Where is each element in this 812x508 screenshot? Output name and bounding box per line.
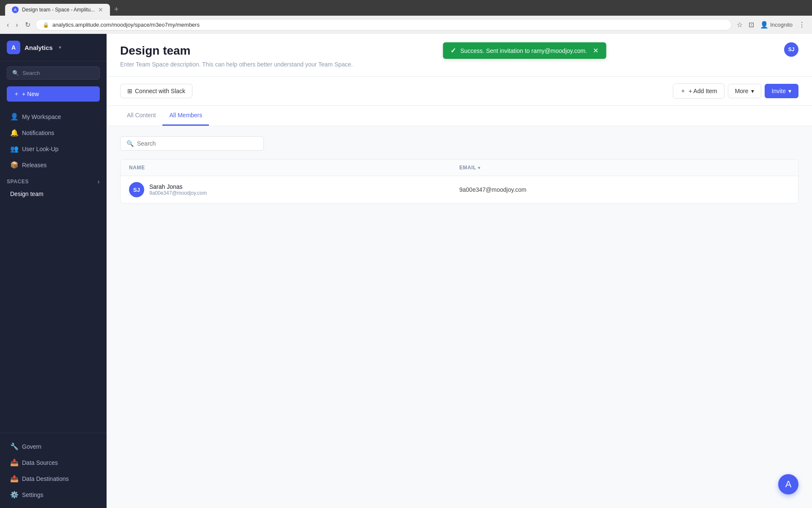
new-tab-button[interactable]: + (111, 3, 122, 16)
amplitude-logo[interactable]: A (7, 41, 20, 54)
lock-icon: 🔒 (43, 22, 49, 28)
incognito-icon: 👤 (760, 21, 768, 29)
page-toolbar: ⊞ Connect with Slack ＋ + Add Item More ▾… (107, 77, 812, 106)
tab-all-members-label: All Members (169, 112, 202, 119)
tab-favicon: A (12, 6, 19, 13)
sidebar-item-notifications[interactable]: 🔔 Notifications (3, 125, 103, 141)
user-lookup-icon: 👥 (10, 145, 18, 153)
sidebar-search-input[interactable]: 🔍 Search (7, 66, 100, 80)
floating-button-icon: A (785, 479, 792, 490)
avatar-initials: SJ (788, 47, 795, 52)
more-label: More (735, 88, 749, 94)
sidebar-item-settings[interactable]: ⚙️ Settings (3, 487, 103, 502)
add-item-button[interactable]: ＋ + Add Item (673, 83, 724, 99)
email-sort-icon: ▾ (478, 166, 480, 170)
sidebar-item-workspace[interactable]: 👤 My Workspace (3, 109, 103, 124)
success-close-button[interactable]: ✕ (593, 47, 598, 55)
sidebar-item-releases[interactable]: 📦 Releases (3, 157, 103, 173)
toolbar-right: ＋ + Add Item More ▾ Invite ▾ (673, 83, 798, 99)
spaces-section-label: SPACES (7, 179, 29, 185)
govern-icon: 🔧 (10, 442, 18, 450)
browser-actions: ☆ ⊡ 👤 Incognito ⋮ (735, 19, 807, 30)
new-button-icon: ＋ (14, 90, 19, 98)
new-button-label: + New (22, 91, 39, 97)
bookmark-button[interactable]: ☆ (735, 19, 744, 30)
browser-toolbar: ‹ › ↻ 🔒 analytics.amplitude.com/moodjoy/… (0, 16, 812, 34)
app-container: A Analytics ▾ 🔍 Search ＋ + New 👤 My Work… (0, 34, 812, 508)
more-caret-icon: ▾ (751, 88, 754, 94)
member-details: Sarah Jonas 9a00e347@moodjoy.com (149, 183, 207, 196)
app-name-caret[interactable]: ▾ (59, 44, 61, 50)
spaces-section: SPACES › (0, 173, 107, 187)
member-name: Sarah Jonas (149, 183, 207, 190)
sidebar-item-govern[interactable]: 🔧 Govern (3, 439, 103, 454)
main-content: ✓ Success. Sent invitation to ramy@moodj… (107, 34, 812, 508)
reload-button[interactable]: ↻ (23, 19, 32, 30)
sidebar-item-data-destinations-label: Data Destinations (22, 475, 69, 482)
new-button[interactable]: ＋ + New (7, 86, 100, 102)
table-row: SJ Sarah Jonas 9a00e347@moodjoy.com 9a00… (121, 176, 798, 203)
sidebar-item-data-sources[interactable]: 📥 Data Sources (3, 455, 103, 470)
header-email-label: EMAIL (459, 165, 476, 171)
incognito-label: Incognito (770, 22, 793, 28)
sidebar-item-data-destinations[interactable]: 📤 Data Destinations (3, 471, 103, 486)
invite-caret-icon: ▾ (788, 88, 791, 94)
success-message: Success. Sent invitation to ramy@moodjoy… (460, 47, 587, 54)
url-text: analytics.amplitude.com/moodjoy/space/m3… (52, 22, 200, 28)
more-button[interactable]: More ▾ (728, 84, 761, 98)
settings-icon: ⚙️ (10, 491, 18, 499)
table-header-name: NAME (129, 165, 459, 171)
app-name-label: Analytics (25, 44, 53, 51)
sidebar-item-data-sources-label: Data Sources (22, 459, 58, 466)
sidebar-header: A Analytics ▾ (0, 34, 107, 61)
sidebar-item-notifications-label: Notifications (22, 130, 54, 136)
connect-slack-label: Connect with Slack (135, 88, 185, 94)
user-avatar-top-right[interactable]: SJ (784, 42, 798, 57)
avatar: SJ (129, 182, 144, 197)
success-check-icon: ✓ (450, 47, 456, 55)
avatar-initials: SJ (133, 187, 140, 193)
add-item-icon: ＋ (680, 87, 686, 95)
members-search-input[interactable] (137, 140, 258, 147)
members-search-icon: 🔍 (126, 140, 134, 147)
content-tabs: All Content All Members (107, 106, 812, 126)
sidebar-item-user-lookup[interactable]: 👥 User Look-Up (3, 141, 103, 157)
sidebar: A Analytics ▾ 🔍 Search ＋ + New 👤 My Work… (0, 34, 107, 508)
data-sources-icon: 📥 (10, 458, 18, 467)
invite-label: Invite (772, 88, 786, 94)
members-table: NAME EMAIL ▾ SJ Sarah Jonas 9a00 (120, 159, 798, 204)
sidebar-item-settings-label: Settings (22, 491, 44, 498)
sidebar-item-user-lookup-label: User Look-Up (22, 146, 58, 152)
success-banner: ✓ Success. Sent invitation to ramy@moodj… (443, 42, 606, 59)
sidebar-item-releases-label: Releases (22, 162, 47, 168)
tab-all-content[interactable]: All Content (120, 106, 162, 126)
forward-button[interactable]: › (14, 19, 19, 30)
table-header: NAME EMAIL ▾ (121, 160, 798, 176)
slack-icon: ⊞ (127, 88, 132, 94)
tab-close-button[interactable]: ✕ (98, 6, 103, 13)
spaces-section-header[interactable]: SPACES › (7, 178, 100, 185)
incognito-profile-button[interactable]: 👤 Incognito (758, 19, 794, 30)
content-area: 🔍 NAME EMAIL ▾ SJ (107, 126, 812, 214)
space-design-team-label: Design team (10, 190, 44, 197)
member-email: 9a00e347@moodjoy.com (459, 186, 790, 193)
releases-icon: 📦 (10, 161, 18, 169)
extensions-button[interactable]: ⊡ (747, 19, 756, 30)
floating-amplitude-button[interactable]: A (778, 474, 798, 494)
browser-menu-button[interactable]: ⋮ (797, 19, 807, 30)
browser-chrome: A Design team - Space - Amplitu... ✕ + (0, 0, 812, 16)
sidebar-item-govern-label: Govern (22, 443, 41, 450)
sidebar-search-area: 🔍 Search (0, 61, 107, 85)
back-button[interactable]: ‹ (5, 19, 11, 30)
invite-button[interactable]: Invite ▾ (765, 84, 798, 98)
tab-all-members[interactable]: All Members (162, 106, 209, 126)
connect-slack-button[interactable]: ⊞ Connect with Slack (120, 84, 192, 98)
address-bar[interactable]: 🔒 analytics.amplitude.com/moodjoy/space/… (36, 19, 732, 30)
workspace-icon: 👤 (10, 113, 18, 121)
spaces-expand-icon: › (98, 178, 100, 185)
table-header-email[interactable]: EMAIL ▾ (459, 165, 790, 171)
members-search-bar[interactable]: 🔍 (120, 136, 264, 151)
sidebar-nav: 👤 My Workspace 🔔 Notifications 👥 User Lo… (0, 107, 107, 433)
sidebar-space-design-team[interactable]: Design team (3, 187, 103, 201)
active-tab[interactable]: A Design team - Space - Amplitu... ✕ (5, 4, 110, 16)
